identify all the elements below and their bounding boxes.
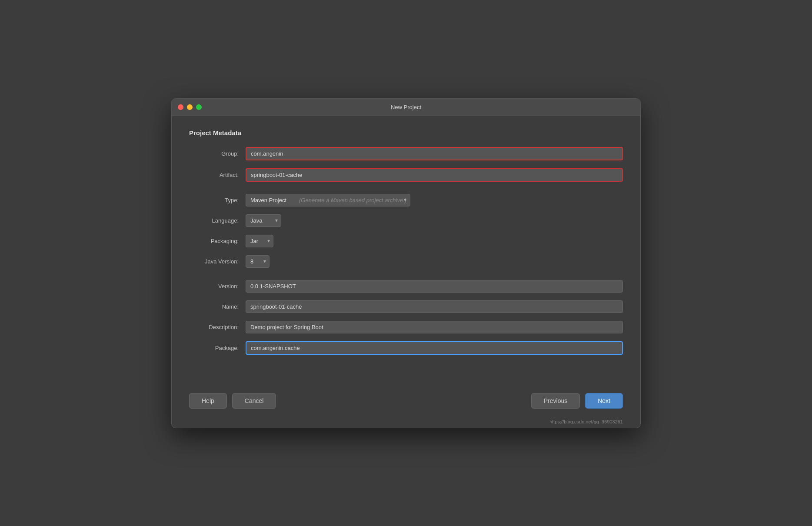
- description-label: Description:: [189, 324, 246, 330]
- version-input[interactable]: [246, 280, 623, 293]
- dialog-content: Project Metadata Group: Artifact: Type: …: [172, 116, 640, 376]
- language-select[interactable]: Java Kotlin Groovy: [246, 214, 281, 227]
- cancel-button[interactable]: Cancel: [232, 393, 276, 409]
- window-title: New Project: [391, 104, 421, 110]
- package-input[interactable]: [246, 341, 623, 355]
- help-button[interactable]: Help: [189, 393, 227, 409]
- group-input[interactable]: [246, 147, 623, 160]
- group-label: Group:: [189, 150, 246, 157]
- title-bar: New Project: [172, 99, 640, 116]
- name-input[interactable]: [246, 300, 623, 313]
- minimize-button[interactable]: [187, 104, 193, 110]
- package-label: Package:: [189, 345, 246, 351]
- type-select[interactable]: Maven Project Gradle Project: [246, 194, 299, 206]
- artifact-label: Artifact:: [189, 172, 246, 178]
- group-row: Group:: [189, 147, 623, 160]
- java-version-label: Java Version:: [189, 258, 246, 265]
- version-label: Version:: [189, 283, 246, 290]
- type-label: Type:: [189, 197, 246, 203]
- footer-right: Previous Next: [531, 393, 623, 409]
- type-select-wrapper: Maven Project Gradle Project (Generate a…: [246, 194, 410, 206]
- name-row: Name:: [189, 300, 623, 313]
- watermark: https://blog.csdn.net/qq_36903261: [172, 417, 640, 428]
- packaging-row: Packaging: Jar War: [189, 235, 623, 247]
- name-label: Name:: [189, 303, 246, 310]
- maximize-button[interactable]: [196, 104, 202, 110]
- description-input[interactable]: [246, 321, 623, 333]
- description-row: Description:: [189, 321, 623, 333]
- artifact-input[interactable]: [246, 168, 623, 182]
- language-label: Language:: [189, 217, 246, 224]
- java-version-select[interactable]: 8 11 17: [246, 255, 270, 268]
- type-row: Type: Maven Project Gradle Project (Gene…: [189, 194, 623, 206]
- packaging-label: Packaging:: [189, 238, 246, 244]
- previous-button[interactable]: Previous: [531, 393, 580, 409]
- close-button[interactable]: [178, 104, 183, 110]
- section-title: Project Metadata: [189, 129, 623, 136]
- artifact-row: Artifact:: [189, 168, 623, 182]
- java-version-row: Java Version: 8 11 17: [189, 255, 623, 268]
- version-row: Version:: [189, 280, 623, 293]
- java-version-select-wrapper: 8 11 17: [246, 255, 270, 268]
- window-controls: [178, 104, 202, 110]
- footer-left: Help Cancel: [189, 393, 276, 409]
- dialog-footer: Help Cancel Previous Next: [172, 384, 640, 417]
- new-project-dialog: New Project Project Metadata Group: Arti…: [171, 98, 641, 428]
- language-select-wrapper: Java Kotlin Groovy: [246, 214, 281, 227]
- next-button[interactable]: Next: [585, 393, 623, 409]
- language-row: Language: Java Kotlin Groovy: [189, 214, 623, 227]
- type-hint: (Generate a Maven based project archive.…: [299, 197, 410, 203]
- packaging-select-wrapper: Jar War: [246, 235, 273, 247]
- package-row: Package:: [189, 341, 623, 355]
- packaging-select[interactable]: Jar War: [246, 235, 273, 247]
